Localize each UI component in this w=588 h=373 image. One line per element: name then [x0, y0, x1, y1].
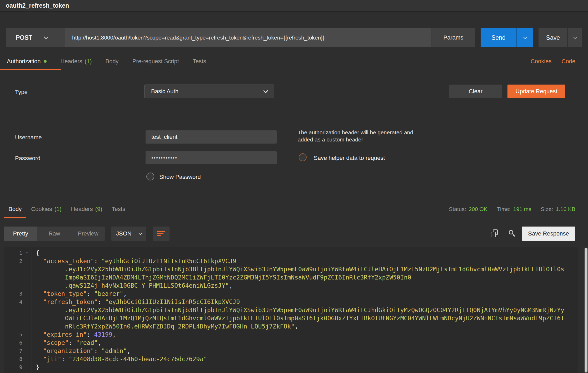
fold-caret-icon	[22, 290, 32, 298]
clear-button[interactable]: Clear	[449, 85, 502, 98]
send-button[interactable]: Send	[481, 28, 516, 47]
code-text: "refresh_token": "eyJhbGciOiJIUzI1NiIsIn…	[32, 298, 240, 306]
update-request-button[interactable]: Update Request	[507, 85, 565, 98]
response-tab-body[interactable]: Body	[4, 200, 26, 218]
view-mode-preview[interactable]: Preview	[71, 227, 105, 241]
view-mode-raw[interactable]: Raw	[37, 227, 71, 241]
wrap-text-button[interactable]	[153, 227, 170, 241]
fold-caret-icon	[22, 298, 32, 306]
fold-caret-icon	[22, 257, 32, 265]
tab-tests[interactable]: Tests	[186, 53, 213, 70]
auth-type-label: Type	[15, 89, 28, 96]
line-number: 4	[4, 298, 22, 306]
line-number	[4, 265, 22, 273]
save-options-button[interactable]	[567, 28, 582, 47]
fold-caret-icon	[22, 322, 32, 331]
tab-count: (9)	[95, 206, 102, 213]
tab-pre-request-script[interactable]: Pre-request Script	[126, 53, 186, 70]
response-tab-cookies[interactable]: Cookies (1)	[26, 200, 66, 218]
format-select[interactable]: JSON	[111, 227, 146, 241]
auth-type-value: Basic Auth	[151, 88, 178, 95]
code-line: .eyJ1c2VyX25hbWUiOiJhZG1pbiIsInNjb3BlIjp…	[4, 265, 578, 273]
tab-label: Authorization	[7, 58, 41, 65]
save-helper-label: Save helper data to request	[314, 155, 385, 161]
save-response-button[interactable]: Save Response	[522, 227, 575, 241]
line-number	[4, 314, 22, 322]
fold-caret-icon	[22, 363, 32, 371]
line-number: 7	[4, 347, 22, 355]
code-line: .eyJ1c2VyX25hbWUiOiJhZG1pbiIsInNjb3BlIjp…	[4, 306, 578, 314]
code-line: 3"token_type": "bearer",	[4, 290, 578, 298]
line-number	[4, 282, 22, 290]
code-line: 6"scope": "read",	[4, 339, 578, 347]
code-text: Imp0aSI6IjIzNDA4ZDM4LThjZGMtNDQ2MC1iZWFj…	[32, 273, 411, 282]
method-select[interactable]: POST	[6, 28, 65, 47]
code-line: 2"access_token": "eyJhbGciOiJIUzI1NiIsIn…	[4, 257, 578, 265]
search-button[interactable]	[508, 229, 517, 238]
code-text: nRlc3RfY2xpZW50In0.eHRWxFZDJDq_2RDPL4Dhy…	[32, 322, 298, 331]
save-helper-radio[interactable]	[299, 153, 307, 161]
code-text: .eyJ1c2VyX25hbWUiOiJhZG1pbiIsInNjb3BlIjp…	[32, 306, 564, 314]
line-number: 1	[4, 249, 22, 257]
tab-label: Tests	[112, 206, 125, 213]
view-mode-switcher: Pretty Raw Preview	[4, 227, 105, 241]
tab-body[interactable]: Body	[98, 53, 125, 70]
password-label: Password	[15, 155, 41, 162]
code-rows: 1▾{2"access_token": "eyJhbGciOiJIUzI1NiI…	[4, 247, 578, 371]
save-button[interactable]: Save	[539, 28, 567, 47]
line-number	[4, 322, 22, 331]
cookies-link[interactable]: Cookies	[531, 58, 551, 65]
copy-icon	[490, 229, 499, 238]
code-line: OWEiLCJleHAiOjE1MzQ1MjQzMTQsImF1dGhvcml0…	[4, 314, 578, 322]
send-options-button[interactable]	[516, 28, 533, 47]
fold-caret-icon	[22, 339, 32, 347]
fold-caret-icon	[22, 331, 32, 339]
line-number: 5	[4, 331, 22, 339]
tab-authorization[interactable]: Authorization	[0, 53, 53, 70]
top-links: Cookies Code	[531, 53, 575, 70]
wrap-text-icon	[157, 230, 165, 237]
fold-caret-icon	[22, 314, 32, 322]
code-text: .qawS1Z4j_h4vNx10GBC_Y_PHM1LLSQt64eniWLG…	[32, 282, 233, 290]
code-text: OWEiLCJleHAiOjE1MzQ1MjQzMTQsImF1dGhvcml0…	[32, 314, 564, 322]
code-text: "token_type": "bearer",	[32, 290, 127, 298]
code-link[interactable]: Code	[561, 58, 575, 65]
password-input[interactable]	[146, 151, 277, 164]
request-bar: POST Params Send Save	[0, 28, 588, 47]
method-label: POST	[16, 34, 32, 41]
view-mode-pretty[interactable]: Pretty	[4, 227, 37, 241]
url-input[interactable]	[65, 28, 431, 47]
fold-caret-icon	[22, 355, 32, 363]
line-number: 6	[4, 339, 22, 347]
response-tab-tests[interactable]: Tests	[107, 200, 130, 218]
auth-type-select[interactable]: Basic Auth	[144, 85, 274, 98]
tab-count: (1)	[54, 206, 62, 213]
tab-count: (1)	[85, 58, 92, 65]
line-number: 8	[4, 355, 22, 363]
response-tab-headers[interactable]: Headers (9)	[66, 200, 107, 218]
active-tab-underline	[0, 69, 61, 70]
username-input[interactable]	[146, 130, 277, 144]
fold-caret-icon[interactable]: ▾	[22, 249, 32, 257]
code-line: .qawS1Z4j_h4vNx10GBC_Y_PHM1LLSQt64eniWLG…	[4, 282, 578, 290]
scrollbar-thumb[interactable]	[585, 248, 587, 372]
line-number	[4, 306, 22, 314]
code-text: {	[32, 249, 39, 257]
auth-helper-note-line1: The authorization header will be generat…	[298, 129, 413, 136]
tab-label: Pre-request Script	[132, 58, 179, 65]
chevron-down-icon	[138, 231, 142, 235]
code-line: 9}	[4, 363, 578, 371]
auth-type-section: Type Basic Auth Clear Update Request	[0, 70, 588, 114]
params-button[interactable]: Params	[431, 28, 475, 47]
tab-headers[interactable]: Headers (1)	[53, 53, 98, 70]
status-label: Status:	[449, 206, 466, 212]
chevron-down-icon	[44, 35, 48, 39]
code-line: nRlc3RfY2xpZW50In0.eHRWxFZDJDq_2RDPL4Dhy…	[4, 322, 578, 331]
copy-button[interactable]	[490, 229, 499, 238]
code-text: "access_token": "eyJhbGciOiJIUzI1NiIsInR…	[32, 257, 236, 265]
chevron-down-icon	[263, 88, 268, 93]
show-password-radio[interactable]	[146, 173, 154, 180]
status-value: 200 OK	[469, 206, 487, 212]
show-password-label: Show Password	[159, 174, 201, 180]
line-number: 2	[4, 257, 22, 265]
